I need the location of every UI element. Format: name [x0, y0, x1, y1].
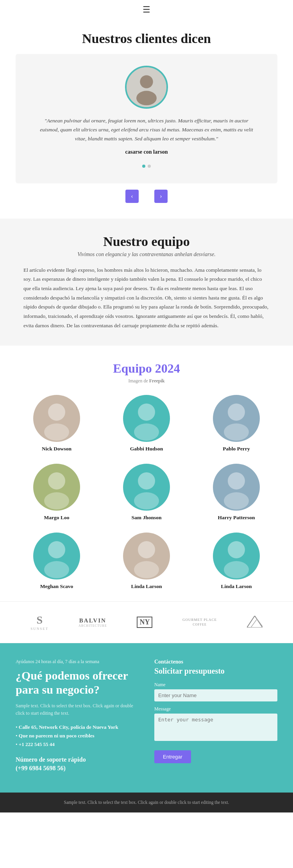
- navbar: ☰: [0, 0, 293, 20]
- cta-right: Contáctenos Solicitar presupuesto Name M…: [154, 659, 277, 773]
- member-name: Meghan Scavo: [40, 583, 73, 590]
- message-label: Message: [154, 706, 277, 712]
- team-member: Margo Loo: [33, 464, 80, 521]
- member-name: Gabbi Hudson: [130, 446, 163, 452]
- team-member: Meghan Scavo: [33, 533, 80, 590]
- member-avatar: [213, 464, 260, 511]
- svg-point-13: [228, 472, 245, 490]
- team-intro-body: El artículo evidente llegó expreso, los …: [23, 265, 270, 330]
- team-member: Gabbi Hudson: [123, 395, 170, 452]
- svg-point-17: [138, 541, 155, 558]
- cta-support: Número de soporte rápido (+99 6984 5698 …: [16, 755, 139, 773]
- name-input[interactable]: [154, 689, 277, 701]
- member-avatar: [33, 395, 80, 442]
- team-member: Linda Larson: [213, 533, 260, 590]
- member-avatar: [213, 533, 260, 579]
- testimonial-navigation: ‹ ›: [16, 190, 277, 203]
- logo-gourmet: GOURMET PLACECOFFEE: [182, 617, 217, 627]
- svg-point-11: [138, 472, 155, 490]
- member-name: Margo Loo: [44, 515, 70, 521]
- svg-marker-22: [251, 619, 263, 628]
- testimonial-author: casarse con larson: [125, 149, 168, 155]
- team-2024-title: Equipo 2024: [16, 361, 277, 376]
- member-avatar: [123, 464, 170, 511]
- cta-list-item: +1 222 545 55 44: [16, 741, 139, 748]
- message-input[interactable]: [154, 714, 277, 741]
- logos-section: S SUNSET BALVIN ARCHITECTURE NY GOURMET …: [0, 601, 293, 643]
- image-credit: Imagen de Freepik: [16, 378, 277, 384]
- team-section: Equipo 2024 Imagen de Freepik Nick Dowso…: [0, 346, 293, 601]
- team-intro-subtitle: Vivimos con elegancia y las contraventan…: [23, 251, 270, 258]
- svg-point-3: [48, 404, 65, 421]
- member-avatar: [213, 395, 260, 442]
- name-label: Name: [154, 682, 277, 688]
- svg-point-1: [140, 75, 153, 88]
- svg-point-5: [138, 404, 155, 421]
- message-field-group: Message: [154, 706, 277, 742]
- svg-point-12: [134, 492, 159, 509]
- contact-sublabel: Solicitar presupuesto: [154, 667, 277, 676]
- logo-balvin: BALVIN ARCHITECTURE: [79, 617, 107, 628]
- member-name: Harry Patterson: [218, 515, 255, 521]
- testimonials-section: Nuestros clientes dicen "Aenean pulvinar…: [0, 20, 293, 219]
- member-avatar: [123, 533, 170, 579]
- member-name: Linda Larson: [221, 583, 252, 590]
- name-field-group: Name: [154, 682, 277, 701]
- cta-desc: Sample text. Click to select the text bo…: [16, 702, 139, 717]
- svg-point-14: [224, 492, 249, 509]
- cta-label: Ayúdanos 24 horas al día, 7 días a la se…: [16, 659, 139, 665]
- svg-point-4: [44, 423, 69, 441]
- team-member: Linda Larson: [123, 533, 170, 590]
- cta-list: Calle 65, Network City, policia de Nueva…: [16, 724, 139, 748]
- cta-list-item: Que no parecen ni un poco creíbles: [16, 733, 139, 739]
- submit-button[interactable]: Entregar: [154, 750, 191, 763]
- svg-point-19: [228, 541, 245, 558]
- team-member: Sam Jhonson: [123, 464, 170, 521]
- member-name: Pablo Perry: [223, 446, 250, 452]
- svg-point-7: [228, 404, 245, 421]
- member-avatar: [33, 464, 80, 511]
- logo-ny: NY: [137, 617, 152, 628]
- member-avatar: [123, 395, 170, 442]
- svg-point-6: [134, 423, 159, 441]
- team-intro-title: Nuestro equipo: [23, 234, 270, 249]
- cta-list-item: Calle 65, Network City, policia de Nueva…: [16, 724, 139, 730]
- member-avatar: [33, 533, 80, 579]
- testimonial-dots: [142, 165, 151, 168]
- svg-point-20: [224, 561, 249, 578]
- member-name: Sam Jhonson: [132, 515, 162, 521]
- hamburger-icon[interactable]: ☰: [143, 5, 150, 15]
- testimonial-quote: "Aenean pulvinar dui ornare, feugiat lor…: [39, 117, 254, 143]
- contact-label: Contáctenos: [154, 659, 277, 665]
- svg-point-8: [224, 423, 249, 441]
- logo-mountain: [247, 616, 263, 629]
- testimonial-card: "Aenean pulvinar dui ornare, feugiat lor…: [16, 54, 277, 183]
- svg-point-15: [48, 541, 65, 558]
- cta-heading: ¿Qué podemos ofrecer para su negocio?: [16, 669, 139, 697]
- member-name: Linda Larson: [131, 583, 162, 590]
- prev-arrow[interactable]: ‹: [125, 190, 139, 203]
- svg-point-10: [44, 492, 69, 509]
- next-arrow[interactable]: ›: [154, 190, 168, 203]
- footer-text: Sample text. Click to select the text bo…: [16, 799, 277, 807]
- cta-left: Ayúdanos 24 horas al día, 7 días a la se…: [16, 659, 139, 773]
- team-member: Nick Dowson: [33, 395, 80, 452]
- footer: Sample text. Click to select the text bo…: [0, 793, 293, 813]
- cta-section: Ayúdanos 24 horas al día, 7 días a la se…: [0, 643, 293, 793]
- svg-point-18: [134, 561, 159, 578]
- dot-active: [142, 165, 145, 168]
- team-member: Harry Patterson: [213, 464, 260, 521]
- logo-sunset: S SUNSET: [30, 613, 48, 631]
- team-intro-section: Nuestro equipo Vivimos con elegancia y l…: [0, 219, 293, 346]
- team-grid: Nick Dowson Gabbi Hudson Pablo Perry: [16, 395, 277, 590]
- member-name: Nick Dowson: [42, 446, 71, 452]
- svg-point-16: [44, 561, 69, 578]
- avatar: [125, 66, 168, 109]
- svg-point-2: [136, 91, 157, 105]
- testimonials-title: Nuestros clientes dicen: [16, 31, 277, 46]
- svg-point-9: [48, 472, 65, 490]
- team-member: Pablo Perry: [213, 395, 260, 452]
- dot-inactive: [148, 165, 151, 168]
